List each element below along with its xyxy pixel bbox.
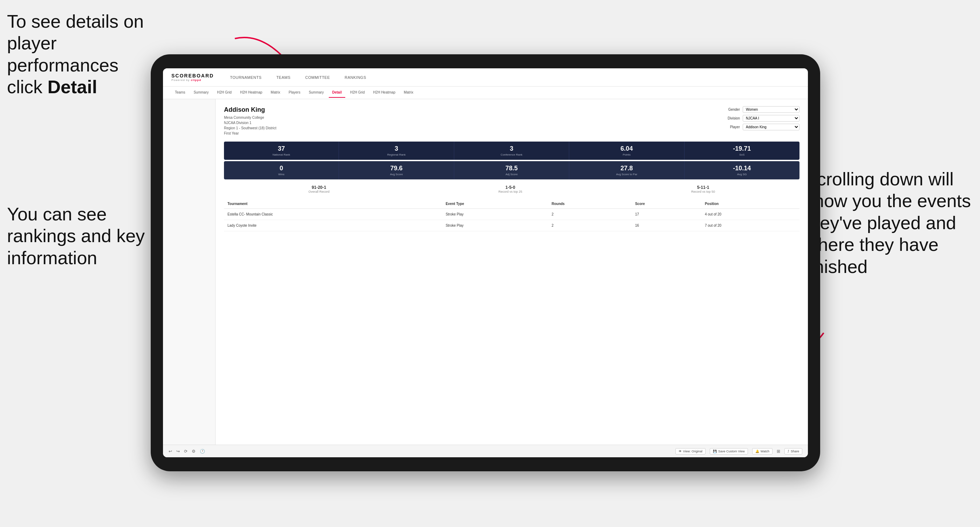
stat-conference-rank: 3 Conference Rank	[454, 141, 569, 160]
record-top50: 5-11-1 Record vs top 50	[691, 185, 715, 194]
player-division: NJCAA Division 1	[224, 120, 277, 125]
player-name: Addison King	[224, 106, 277, 114]
top-nav: SCOREBOARD Powered by clippd TOURNAMENTS…	[163, 68, 808, 87]
tournament-rounds-2: 2	[548, 220, 632, 231]
records-row: 91-20-1 Overall Record 1-5-0 Record vs t…	[224, 185, 800, 194]
nav-rankings[interactable]: RANKINGS	[342, 74, 368, 81]
settings-icon[interactable]: ⚙	[192, 449, 196, 454]
record-top25: 1-5-0 Record vs top 25	[498, 185, 522, 194]
player-region: Region 1 - Southwest (18) District	[224, 125, 277, 131]
player-select[interactable]: Addison King	[743, 124, 800, 130]
view-original-button[interactable]: 👁 View: Original	[675, 448, 706, 454]
share-button[interactable]: ⤴ Share	[784, 448, 802, 454]
stat-sos: -19.71 SoS	[684, 141, 800, 160]
tab-matrix2[interactable]: Matrix	[400, 87, 417, 98]
stat-wins: 0 Wins	[224, 161, 339, 179]
col-score: Score	[632, 199, 702, 209]
tablet-frame: SCOREBOARD Powered by clippd TOURNAMENTS…	[151, 54, 820, 471]
table-row[interactable]: Estella CC- Mountain Classic Stroke Play…	[224, 209, 800, 220]
refresh-icon[interactable]: ⟳	[184, 449, 188, 454]
col-rounds: Rounds	[548, 199, 632, 209]
clock-icon[interactable]: 🕐	[200, 449, 205, 454]
player-school: Mesa Community College	[224, 115, 277, 120]
sub-nav: Teams Summary H2H Grid H2H Heatmap Matri…	[163, 87, 808, 99]
save-custom-button[interactable]: 💾 Save Custom View	[710, 448, 748, 454]
nav-tournaments[interactable]: TOURNAMENTS	[228, 74, 264, 81]
tab-h2h-grid2[interactable]: H2H Grid	[347, 87, 368, 98]
tab-teams[interactable]: Teams	[172, 87, 189, 98]
expand-icon[interactable]: ⊞	[777, 449, 780, 454]
tab-summary2[interactable]: Summary	[305, 87, 328, 98]
tab-players[interactable]: Players	[285, 87, 304, 98]
tab-h2h-heatmap2[interactable]: H2H Heatmap	[370, 87, 399, 98]
stat-regional-rank: 3 Regional Rank	[339, 141, 454, 160]
tournament-name-1: Estella CC- Mountain Classic	[224, 209, 442, 220]
undo-icon[interactable]: ↩	[169, 449, 172, 454]
tournament-position-1: 4 out of 20	[702, 209, 800, 220]
tab-detail[interactable]: Detail	[329, 87, 345, 98]
tablet-screen: SCOREBOARD Powered by clippd TOURNAMENTS…	[163, 68, 808, 457]
main-panel: Addison King Mesa Community College NJCA…	[216, 99, 808, 444]
tournament-score-2: 16	[632, 220, 702, 231]
player-header: Addison King Mesa Community College NJCA…	[224, 106, 800, 136]
annotation-right: Scrolling down will show you the events …	[805, 168, 973, 278]
tournament-position-2: 7 out of 20	[702, 220, 800, 231]
gender-select[interactable]: Women	[743, 106, 800, 113]
stat-avg-score-par: 27.8 Avg Score to Par	[569, 161, 684, 179]
table-row[interactable]: Lady Coyote Invite Stroke Play 2 16 7 ou…	[224, 220, 800, 231]
stat-avg-sg: -10.14 Avg SG	[684, 161, 800, 179]
left-sidebar	[163, 99, 216, 444]
player-year: First Year	[224, 131, 277, 136]
stat-adj-score: 78.5 Adj Score	[454, 161, 569, 179]
stats-row-2: 0 Wins 79.6 Avg Score 78.5 Adj Score 27.…	[224, 161, 800, 179]
player-info: Addison King Mesa Community College NJCA…	[224, 106, 277, 136]
tournament-type-2: Stroke Play	[442, 220, 548, 231]
stat-points: 6.04 Points	[569, 141, 684, 160]
tab-h2h-heatmap[interactable]: H2H Heatmap	[237, 87, 266, 98]
tab-h2h-grid[interactable]: H2H Grid	[213, 87, 235, 98]
annotation-top-left: To see details on player performances cl…	[7, 11, 147, 98]
col-tournament: Tournament	[224, 199, 442, 209]
player-control: Player Addison King	[722, 124, 800, 130]
nav-committee[interactable]: COMMITTEE	[303, 74, 332, 81]
gender-control: Gender Women	[722, 106, 800, 113]
view-icon: 👁	[679, 449, 682, 453]
content-area: Addison King Mesa Community College NJCA…	[163, 99, 808, 444]
tournament-score-1: 17	[632, 209, 702, 220]
annotation-bottom-left: You can see rankings and key information	[7, 203, 147, 269]
stat-national-rank: 37 National Rank	[224, 141, 339, 160]
logo: SCOREBOARD Powered by clippd	[172, 73, 214, 82]
tab-matrix[interactable]: Matrix	[267, 87, 283, 98]
tournament-rounds-1: 2	[548, 209, 632, 220]
division-select[interactable]: NJCAA I	[743, 115, 800, 122]
tournament-table: Tournament Event Type Rounds Score Posit…	[224, 199, 800, 231]
division-control: Division NJCAA I	[722, 115, 800, 122]
watch-icon: 🔔	[755, 449, 759, 453]
stat-avg-score: 79.6 Avg Score	[339, 161, 454, 179]
tab-summary[interactable]: Summary	[190, 87, 212, 98]
col-position: Position	[702, 199, 800, 209]
record-overall: 91-20-1 Overall Record	[309, 185, 329, 194]
redo-icon[interactable]: ↪	[176, 449, 180, 454]
player-controls: Gender Women Division NJCAA I	[722, 106, 800, 130]
save-icon: 💾	[713, 449, 717, 453]
stats-row-1: 37 National Rank 3 Regional Rank 3 Confe…	[224, 141, 800, 160]
tournament-name-2: Lady Coyote Invite	[224, 220, 442, 231]
nav-teams[interactable]: TEAMS	[274, 74, 292, 81]
bottom-toolbar: ↩ ↪ ⟳ ⚙ 🕐 👁 View: Original 💾 Save Custom…	[163, 444, 808, 457]
watch-button[interactable]: 🔔 Watch	[752, 448, 773, 454]
tournament-type-1: Stroke Play	[442, 209, 548, 220]
share-icon: ⤴	[788, 449, 789, 453]
col-event-type: Event Type	[442, 199, 548, 209]
